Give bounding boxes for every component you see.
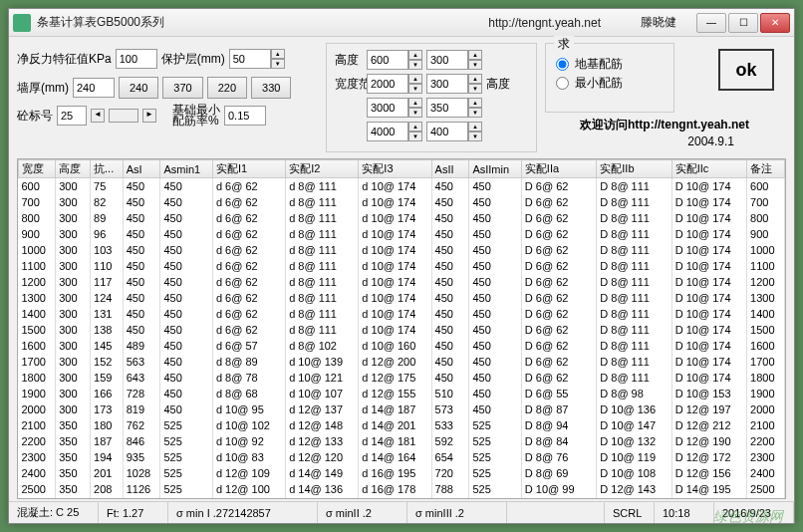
spin-2[interactable]: ▲▼: [367, 74, 422, 94]
col-header[interactable]: 宽度: [19, 160, 56, 178]
spin-6[interactable]: ▲▼: [367, 122, 422, 141]
table-row[interactable]: 1800300159643450d 8@ 78d 10@ 121d 12@ 17…: [19, 370, 785, 386]
spin-down-icon[interactable]: ▼: [271, 59, 285, 69]
table-row[interactable]: 1900300166728450d 8@ 68d 10@ 107d 12@ 15…: [19, 386, 785, 401]
maximize-button[interactable]: ☐: [728, 13, 758, 33]
table-row[interactable]: 1000300103450450d 6@ 62d 8@ 111d 10@ 174…: [19, 242, 785, 258]
range-panel: 高度 ▲▼ ▲▼ 宽度范围 ▲▼ ▲▼ 高度 ▲▼ ▲▼ ▲▼ ▲▼: [326, 43, 537, 152]
wall-btn-370[interactable]: 370: [162, 77, 202, 99]
wall-label: 墙厚(mm): [17, 80, 69, 97]
status-concrete: 混凝土: C 25: [9, 502, 99, 523]
spin-up-icon[interactable]: ▲: [271, 49, 285, 59]
title-author: 滕晓健: [641, 14, 676, 31]
net-pressure-input[interactable]: [116, 49, 157, 69]
title-url: http://tengnt.yeah.net: [488, 16, 601, 30]
cover-label: 保护层(mm): [161, 51, 225, 68]
status-ft: Ft: 1.27: [99, 502, 168, 523]
width-range-label: 宽度范围: [335, 79, 363, 90]
height-label: 高度: [335, 52, 363, 69]
table-row[interactable]: 90030096450450d 6@ 62d 8@ 111d 10@ 17445…: [19, 226, 785, 242]
spin-3[interactable]: ▲▼: [426, 74, 482, 94]
status-sigma3: σ minIII .2: [407, 502, 507, 523]
table-row[interactable]: 1100300110450450d 6@ 62d 8@ 111d 10@ 174…: [19, 258, 785, 274]
scroll-right-icon[interactable]: ►: [142, 109, 156, 123]
minimize-button[interactable]: —: [696, 13, 726, 33]
min-ratio-label-2: 配筋率%: [172, 116, 220, 127]
table-row[interactable]: 1700300152563450d 8@ 89d 10@ 139d 12@ 20…: [19, 354, 785, 370]
col-header[interactable]: Asmin1: [160, 160, 212, 178]
height-col-label: 高度: [486, 76, 510, 93]
table-row[interactable]: 70030082450450d 6@ 62d 8@ 111d 10@ 17445…: [19, 194, 785, 210]
radio-foundation[interactable]: 地基配筋: [556, 56, 673, 73]
results-table: 宽度高度抗...AsIAsmin1实配I1实配I2实配I3AsIIAsIImin…: [18, 159, 785, 498]
ok-button[interactable]: ok: [718, 49, 774, 91]
col-header[interactable]: AsIImin: [469, 160, 521, 178]
statusbar: 混凝土: C 25 Ft: 1.27 σ min I .272142857 σ …: [9, 501, 794, 523]
wall-btn-330[interactable]: 330: [251, 77, 291, 99]
col-header[interactable]: 高度: [56, 160, 91, 178]
cover-spin[interactable]: ▲▼: [229, 49, 285, 69]
table-row[interactable]: 1600300145489450d 6@ 57d 8@ 102d 10@ 160…: [19, 338, 785, 354]
input-panel-1: 净反力特征值KPa 保护层(mm) ▲▼ 墙厚(mm) 240 370 220 …: [17, 43, 321, 152]
table-row[interactable]: 2000300173819450d 10@ 95d 12@ 137d 14@ 1…: [19, 401, 785, 417]
table-row[interactable]: 2100350180762525d 10@ 102d 12@ 148d 14@ …: [19, 417, 785, 433]
spin-4[interactable]: ▲▼: [367, 98, 422, 118]
table-row[interactable]: 2300350194935525d 10@ 83d 12@ 120d 14@ 1…: [19, 449, 785, 465]
col-header[interactable]: 实配I3: [359, 160, 431, 178]
table-row[interactable]: 1400300131450450d 6@ 62d 8@ 111d 10@ 174…: [19, 306, 785, 322]
table-row[interactable]: 60030075450450d 6@ 62d 8@ 111d 10@ 17445…: [19, 178, 785, 194]
col-header[interactable]: 实配I1: [212, 160, 285, 178]
table-row[interactable]: 2200350187846525d 10@ 92d 12@ 133d 14@ 1…: [19, 433, 785, 449]
col-header[interactable]: 实配IIb: [597, 160, 671, 178]
status-scrl: SCRL: [605, 502, 655, 523]
app-icon: [13, 14, 31, 32]
table-row[interactable]: 26003502151227525d 12@ 92d 14@ 125d 16@ …: [19, 497, 785, 499]
scroll-left-icon[interactable]: ◄: [91, 109, 105, 123]
status-sigma2: σ minII .2: [318, 502, 407, 523]
scroll-track[interactable]: [109, 109, 138, 123]
col-header[interactable]: 实配I2: [286, 160, 359, 178]
wall-btn-220[interactable]: 220: [207, 77, 247, 99]
main-window: 条基计算表GB5000系列 http://tengnt.yeah.net 滕晓健…: [8, 8, 795, 524]
concrete-label: 砼标号: [17, 108, 53, 125]
concrete-input[interactable]: [57, 106, 87, 126]
welcome-date: 2004.9.1: [687, 134, 734, 148]
wall-btn-240[interactable]: 240: [119, 77, 158, 99]
wall-input[interactable]: [73, 78, 115, 98]
table-row[interactable]: 80030089450450d 6@ 62d 8@ 111d 10@ 17445…: [19, 210, 785, 226]
table-row[interactable]: 1300300124450450d 6@ 62d 8@ 111d 10@ 174…: [19, 290, 785, 306]
table-row[interactable]: 1500300138450450d 6@ 62d 8@ 111d 10@ 174…: [19, 322, 785, 338]
col-header[interactable]: 实配IIc: [671, 160, 746, 178]
close-button[interactable]: ✕: [760, 13, 790, 33]
table-row[interactable]: 24003502011028525d 12@ 109d 14@ 149d 16@…: [19, 465, 785, 481]
net-pressure-label: 净反力特征值KPa: [17, 51, 112, 68]
spin-5[interactable]: ▲▼: [426, 98, 482, 118]
spin-7[interactable]: ▲▼: [426, 122, 482, 141]
col-header[interactable]: 备注: [747, 160, 785, 178]
status-time: 10:18: [655, 502, 714, 523]
status-date: 2016/9/23: [714, 502, 794, 523]
col-header[interactable]: 实配IIa: [521, 160, 596, 178]
window-title: 条基计算表GB5000系列: [37, 14, 488, 31]
col-header[interactable]: 抗...: [91, 160, 124, 178]
titlebar: 条基计算表GB5000系列 http://tengnt.yeah.net 滕晓健…: [9, 9, 794, 37]
solve-legend: 求: [554, 36, 574, 53]
spin-1[interactable]: ▲▼: [426, 50, 482, 70]
col-header[interactable]: AsII: [431, 160, 469, 178]
welcome-text: 欢迎访问http://tengnt.yeah.net: [555, 117, 774, 133]
table-row[interactable]: 25003502081126525d 12@ 100d 14@ 136d 16@…: [19, 481, 785, 497]
table-row[interactable]: 1200300117450450d 6@ 62d 8@ 111d 10@ 174…: [19, 274, 785, 290]
spin-0[interactable]: ▲▼: [367, 50, 422, 70]
results-table-scroll[interactable]: 宽度高度抗...AsIAsmin1实配I1实配I2实配I3AsIIAsIImin…: [18, 159, 785, 498]
status-sigma1: σ min I .272142857: [168, 502, 318, 523]
col-header[interactable]: AsI: [123, 160, 160, 178]
results-table-wrap: 宽度高度抗...AsIAsmin1实配I1实配I2实配I3AsIIAsIImin…: [17, 158, 786, 499]
solve-panel: 求 地基配筋 最小配筋: [545, 43, 674, 113]
min-ratio-input[interactable]: [224, 106, 266, 126]
radio-minimum[interactable]: 最小配筋: [556, 75, 673, 92]
